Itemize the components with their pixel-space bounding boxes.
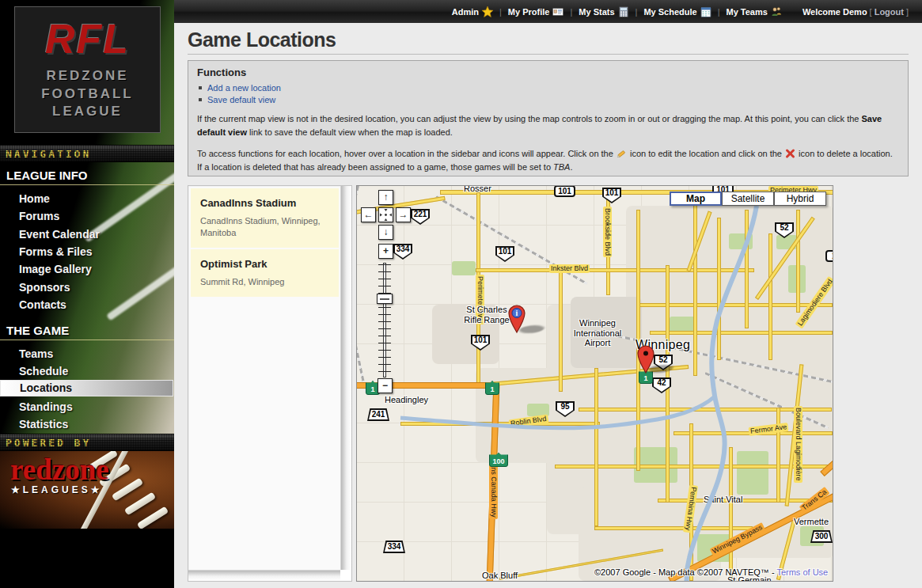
- sidebar-item-statistics[interactable]: Statistics: [19, 416, 169, 432]
- save-default-view-link[interactable]: Save default view: [207, 95, 275, 104]
- pan-left-button[interactable]: ←: [361, 207, 376, 222]
- map-type-map-button[interactable]: Map: [670, 192, 722, 206]
- sidebar-item-teams[interactable]: Teams: [19, 346, 169, 362]
- section-divider: [0, 340, 174, 340]
- sidebar-item-forums[interactable]: Forums: [19, 208, 169, 224]
- map-type-switcher: Map Satellite Hybrid: [670, 192, 826, 206]
- trans-canada-shield: 1: [485, 381, 499, 395]
- logout-link[interactable]: Logout: [875, 7, 904, 17]
- trans-canada-shield: 100: [489, 453, 508, 467]
- center-map-icon: [379, 208, 393, 222]
- location-card-canadinns[interactable]: CanadInns Stadium CanadInns Stadium, Win…: [191, 188, 339, 248]
- pan-center-button[interactable]: [378, 207, 393, 222]
- vertical-scrollbar[interactable]: [340, 186, 351, 570]
- my-schedule-label: My Schedule: [643, 7, 696, 17]
- pan-up-button[interactable]: ↑: [378, 190, 393, 205]
- location-address: CanadInns Stadium, Winnipeg, Manitoba: [200, 215, 329, 239]
- location-name: CanadInns Stadium: [200, 197, 329, 209]
- page-title: Game Locations: [188, 28, 336, 51]
- separator: |: [570, 7, 572, 17]
- map-canvas[interactable]: Perimeter Hwy Perimeter Hwy Brookside Bl…: [356, 185, 833, 582]
- separator: |: [636, 7, 638, 17]
- my-stats-label: My Stats: [579, 7, 614, 17]
- separator: |: [499, 7, 502, 17]
- highway-shield: 101: [554, 185, 575, 197]
- para1-pre: If the current map view is not in the de…: [197, 114, 862, 123]
- sidebar-item-locations[interactable]: Locations: [0, 380, 173, 396]
- powered-by-banner: POWERED BY: [0, 434, 174, 451]
- location-name: Optimist Park: [200, 258, 329, 270]
- save-view-row: Save default view: [199, 95, 899, 104]
- sidebar-item-image-gallery[interactable]: Image Gallery: [19, 261, 169, 277]
- pan-right-button[interactable]: →: [396, 207, 411, 222]
- map-type-hybrid-button[interactable]: Hybrid: [774, 192, 826, 206]
- logo-line: LEAGUE: [52, 103, 123, 121]
- location-address: Summit Rd, Winnipeg: [200, 276, 329, 288]
- location-list-panel: CanadInns Stadium CanadInns Stadium, Win…: [188, 185, 352, 582]
- svg-text:i: i: [516, 309, 518, 317]
- my-teams-label: My Teams: [727, 7, 768, 17]
- logo-abbr: RFL: [45, 18, 130, 59]
- terms-of-use-link[interactable]: Terms of Use: [776, 567, 828, 577]
- redzone-logo[interactable]: redzone: [10, 455, 109, 484]
- highway-shield: 10: [825, 250, 833, 262]
- para1-post: link to save the default view when the m…: [247, 127, 453, 137]
- highway-shield: 241: [367, 408, 389, 421]
- bracket: [: [870, 7, 872, 17]
- map-type-satellite-button[interactable]: Satellite: [722, 192, 774, 206]
- separator: |: [718, 7, 720, 17]
- sidebar-item-contacts[interactable]: Contacts: [19, 297, 169, 313]
- copyright-text: ©2007 Google - Map data ©2007 NAVTEQ™ -: [594, 567, 776, 577]
- add-location-link[interactable]: Add a new location: [207, 83, 281, 93]
- para2-pre: To access functions for each location, h…: [197, 149, 616, 158]
- zoom-slider-ticks: [378, 264, 391, 377]
- my-stats-link[interactable]: My Stats: [579, 6, 628, 17]
- edit-pencil-icon: [616, 148, 628, 159]
- logo-line: FOOTBALL: [41, 85, 134, 104]
- group-icon: [771, 6, 782, 17]
- section-title-the-game: THE GAME: [6, 324, 69, 337]
- sidebar-item-forms-files[interactable]: Forms & Files: [19, 244, 169, 260]
- admin-label: Admin: [452, 7, 479, 17]
- zoom-in-button[interactable]: +: [378, 244, 393, 259]
- league-logo: RFL REDZONE FOOTBALL LEAGUE: [14, 6, 161, 133]
- sidebar: RFL REDZONE FOOTBALL LEAGUE NAVIGATION L…: [0, 0, 174, 588]
- location-marker[interactable]: [637, 345, 655, 374]
- redzone-tagline: ★LEAGUES★: [11, 484, 103, 495]
- bullet: [199, 98, 202, 101]
- scrollbar-corner: [340, 570, 351, 581]
- map-copyright: ©2007 Google - Map data ©2007 NAVTEQ™ - …: [594, 567, 828, 577]
- bracket: ]: [906, 7, 909, 17]
- river: [357, 186, 833, 582]
- highway-shield: 334: [383, 541, 405, 553]
- location-card-optimist[interactable]: Optimist Park Summit Rd, Winnipeg: [191, 249, 339, 297]
- sidebar-item-standings[interactable]: Standings: [19, 399, 169, 415]
- info-marker[interactable]: i: [508, 305, 526, 334]
- admin-link[interactable]: Admin: [452, 6, 493, 17]
- add-location-row: Add a new location: [199, 83, 899, 93]
- title-divider: [188, 54, 909, 55]
- vcard-icon: [552, 6, 563, 17]
- zoom-slider-handle[interactable]: [377, 294, 393, 304]
- my-profile-link[interactable]: My Profile: [508, 6, 564, 17]
- my-schedule-link[interactable]: My Schedule: [643, 6, 711, 17]
- bullet: [199, 86, 202, 89]
- navigation-banner: NAVIGATION: [0, 145, 174, 162]
- highway-shield: 300: [810, 530, 833, 543]
- pan-down-button[interactable]: ↓: [378, 225, 393, 240]
- section-divider: [0, 184, 174, 185]
- functions-panel: Functions Add a new location Save defaul…: [188, 60, 909, 176]
- sidebar-item-schedule[interactable]: Schedule: [19, 363, 169, 379]
- logo-line: REDZONE: [46, 67, 128, 85]
- calendar-icon: [700, 6, 711, 17]
- tba-text: TBA: [553, 162, 570, 172]
- sidebar-item-event-calendar[interactable]: Event Calendar: [19, 226, 169, 242]
- help-paragraph-2: To access functions for each location, h…: [197, 147, 899, 174]
- my-profile-label: My Profile: [508, 7, 550, 17]
- sidebar-item-sponsors[interactable]: Sponsors: [19, 279, 169, 295]
- zoom-out-button[interactable]: −: [378, 378, 393, 393]
- horizontal-scrollbar[interactable]: [188, 570, 340, 581]
- my-teams-link[interactable]: My Teams: [727, 6, 782, 17]
- sidebar-item-home[interactable]: Home: [19, 191, 169, 207]
- functions-heading: Functions: [197, 66, 899, 78]
